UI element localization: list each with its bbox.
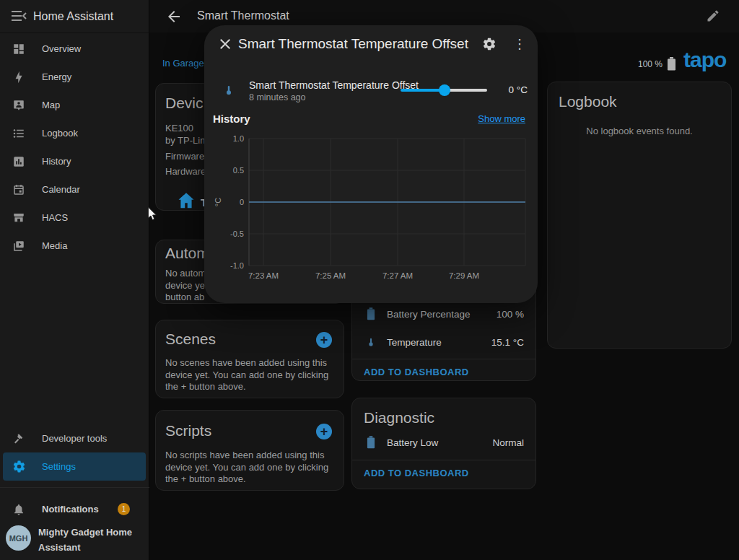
sidebar-bottom-nav: Developer tools Settings xyxy=(0,424,149,481)
divider xyxy=(352,460,535,460)
sensor-value: 100 % xyxy=(497,309,524,320)
page-title: Smart Thermostat xyxy=(197,9,289,22)
avatar: MGH xyxy=(6,525,31,551)
card-title: Logbook xyxy=(559,93,617,110)
sensor-row[interactable]: Battery Percentage 100 % xyxy=(352,300,535,328)
entity-name: Smart Thermostat Temperature Offset xyxy=(249,79,419,91)
svg-text:0: 0 xyxy=(240,198,244,206)
sidebar-item-label: History xyxy=(42,156,71,167)
add-script-button[interactable]: + xyxy=(316,424,332,439)
card-body: No autom device ye button ab xyxy=(165,268,206,304)
add-to-dashboard-button[interactable]: ADD TO DASHBOARD xyxy=(364,468,469,478)
sidebar-item-calendar[interactable]: Calendar xyxy=(0,175,149,204)
add-scene-button[interactable]: + xyxy=(316,332,332,348)
slider-thumb[interactable] xyxy=(439,84,450,96)
add-to-dashboard-button[interactable]: ADD TO DASHBOARD xyxy=(364,367,469,377)
lightning-bolt-icon xyxy=(12,70,26,84)
svg-text:0.5: 0.5 xyxy=(233,166,244,175)
sidebar-nav: Overview Energy Map Logbook xyxy=(0,35,149,260)
device-line: KE100 xyxy=(165,123,206,135)
battery-icon xyxy=(364,436,378,449)
history-section-title: History xyxy=(213,113,250,125)
battery-icon xyxy=(364,307,378,320)
thermometer-icon xyxy=(364,336,378,349)
device-line: by TP-Lin xyxy=(165,135,206,147)
sidebar-item-notifications[interactable]: Notifications 1 xyxy=(0,495,149,523)
calendar-icon xyxy=(12,183,26,197)
card-title: Autom xyxy=(165,245,209,262)
svg-text:7:23 AM: 7:23 AM xyxy=(248,271,279,280)
user-profile[interactable]: MGH Mighty Gadget Home Assistant xyxy=(0,521,149,560)
logbook-card: Logbook No logbook events found. xyxy=(547,82,732,349)
history-chart: 1.00.50-0.5-1.07:23 AM7:25 AM7:27 AM7:29… xyxy=(204,126,538,303)
sidebar-item-label: Notifications xyxy=(42,504,99,515)
sidebar-header: Home Assistant xyxy=(0,0,149,33)
sidebar-notifications: Notifications 1 xyxy=(0,495,149,523)
entity-last-changed: 8 minutes ago xyxy=(249,92,306,102)
sidebar-item-label: Settings xyxy=(42,461,76,472)
dialog-title: Smart Thermostat Temperature Offset xyxy=(238,36,468,52)
back-arrow-icon[interactable] xyxy=(165,8,183,25)
tapo-logo: tapo xyxy=(683,48,726,72)
body-line: No autom xyxy=(165,268,206,280)
more-options-icon[interactable]: ⋮ xyxy=(513,35,523,53)
sidebar-item-label: HACS xyxy=(42,212,68,223)
sidebar-item-hacs[interactable]: HACS xyxy=(0,204,149,232)
entity-dialog: Smart Thermostat Temperature Offset ⋮ Sm… xyxy=(204,25,538,303)
offset-slider[interactable] xyxy=(401,82,487,99)
sensor-label: Battery Low xyxy=(387,437,492,448)
sidebar-item-developer-tools[interactable]: Developer tools xyxy=(0,424,149,452)
list-icon xyxy=(12,126,26,141)
device-battery-percent: 100 % xyxy=(626,59,663,69)
sensor-row[interactable]: Battery Low Normal xyxy=(352,429,535,456)
edit-pencil-icon[interactable] xyxy=(706,9,720,23)
sidebar-item-media[interactable]: Media xyxy=(0,232,149,260)
svg-text:7:25 AM: 7:25 AM xyxy=(315,271,346,280)
sensor-label: Temperature xyxy=(387,337,491,348)
body-line: button ab xyxy=(165,292,206,304)
sensor-row[interactable]: Temperature 15.1 °C xyxy=(352,328,535,356)
profile-name: Mighty Gadget Home Assistant xyxy=(38,525,139,555)
svg-text:1.0: 1.0 xyxy=(233,134,244,143)
map-person-icon xyxy=(12,98,26,113)
sidebar: Home Assistant Overview Energy Map xyxy=(0,0,149,560)
divider xyxy=(352,359,535,359)
close-icon[interactable] xyxy=(217,35,234,53)
notification-badge: 1 xyxy=(118,503,130,515)
card-title: Devic xyxy=(165,95,204,112)
sidebar-item-label: Overview xyxy=(42,43,81,54)
svg-text:7:29 AM: 7:29 AM xyxy=(449,271,479,280)
sidebar-item-overview[interactable]: Overview xyxy=(0,35,149,63)
slider-track-active xyxy=(401,89,445,92)
device-line: Hardware xyxy=(165,166,206,178)
area-link[interactable]: In Garage xyxy=(162,58,204,69)
card-title: Scripts xyxy=(165,422,211,439)
card-body: No scripts have been added using this de… xyxy=(165,450,337,486)
sidebar-item-logbook[interactable]: Logbook xyxy=(0,119,149,147)
sidebar-item-label: Media xyxy=(42,240,67,251)
battery-icon xyxy=(667,57,676,71)
sensor-value: 15.1 °C xyxy=(491,337,524,348)
menu-open-icon[interactable] xyxy=(10,9,27,23)
app-title: Home Assistant xyxy=(33,10,113,23)
sidebar-item-history[interactable]: History xyxy=(0,147,149,175)
card-title: Diagnostic xyxy=(364,409,434,426)
settings-gear-icon[interactable] xyxy=(482,37,497,51)
sidebar-item-energy[interactable]: Energy xyxy=(0,63,149,91)
scenes-card: Scenes + No scenes have been added using… xyxy=(155,320,344,398)
entity-value: 0 °C xyxy=(509,84,528,95)
storefront-icon xyxy=(12,211,26,225)
sidebar-item-settings[interactable]: Settings xyxy=(3,452,146,481)
chart-box-icon xyxy=(12,154,26,169)
diagnostic-card: Diagnostic Battery Low Normal ADD TO DAS… xyxy=(351,398,536,489)
body-line: device ye xyxy=(165,280,206,292)
card-body: No scenes have been added using this dev… xyxy=(165,357,337,393)
sensor-value: Normal xyxy=(492,437,524,448)
home-assistant-app: Home Assistant Overview Energy Map xyxy=(0,0,739,560)
svg-text:7:27 AM: 7:27 AM xyxy=(382,271,413,280)
sidebar-item-label: Energy xyxy=(42,71,71,82)
show-more-link[interactable]: Show more xyxy=(478,113,525,124)
logbook-empty-text: No logbook events found. xyxy=(548,126,731,136)
sidebar-item-map[interactable]: Map xyxy=(0,91,149,119)
dashboard-icon xyxy=(12,42,26,56)
